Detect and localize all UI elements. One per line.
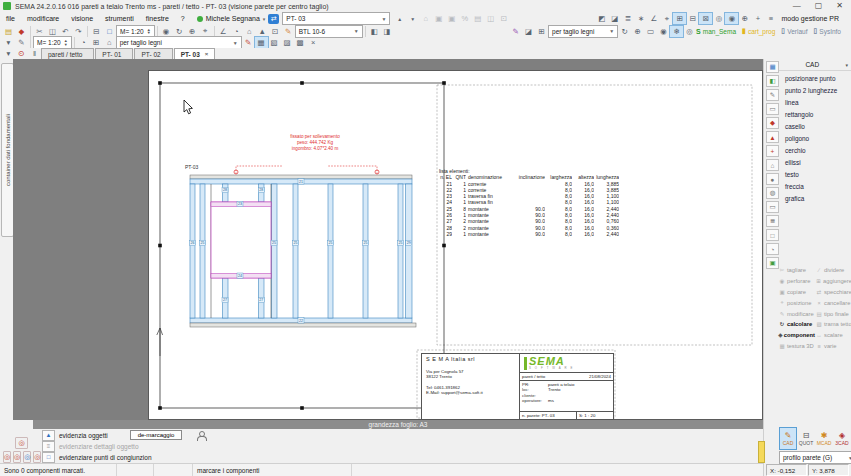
edit-tool[interactable]: ◈ component <box>778 330 815 341</box>
binoculars-icon[interactable]: ◉ <box>657 26 670 37</box>
save-icon[interactable]: ◆ <box>15 26 28 37</box>
edit-tool[interactable]: ∕ dividere <box>815 265 851 276</box>
cad-menu-item[interactable]: testo <box>779 169 851 181</box>
edit-tool[interactable]: ▦ testura 3D <box>778 341 815 352</box>
list-icon[interactable]: ≣ <box>766 215 779 227</box>
close-button[interactable]: ✕ <box>836 1 843 11</box>
profile-combo[interactable]: profilo parete (G) ▼ <box>779 451 851 464</box>
pencil-icon[interactable]: ✎ <box>282 26 295 37</box>
quick-link[interactable]: ▮cart_prog <box>742 27 775 35</box>
snap-icon[interactable]: ⊞ <box>673 13 686 24</box>
arc-icon[interactable]: ◔ <box>766 243 779 255</box>
edit-tool[interactable]: ◉ perforare <box>778 276 815 287</box>
cad-menu-item[interactable]: cerchio <box>779 145 851 157</box>
menu-item[interactable]: modificare <box>21 15 65 22</box>
menu-item[interactable]: ? <box>175 15 191 22</box>
sheet-icon[interactable]: ▭ <box>766 103 779 115</box>
half-left-icon[interactable]: ◧ <box>368 26 381 37</box>
edit-tool[interactable]: ⌖ posizione <box>778 297 815 308</box>
highlight-details-icon[interactable]: ≡ <box>42 441 55 452</box>
add-icon[interactable]: + <box>766 145 779 157</box>
mode-button[interactable]: ⊟ QUOT <box>797 427 815 450</box>
protractor-icon[interactable]: ◔ <box>77 37 90 48</box>
lock2-icon[interactable]: ▣ <box>445 13 458 24</box>
redo-icon[interactable]: ↷ <box>72 26 85 37</box>
disc-icon[interactable]: ◍ <box>766 187 779 199</box>
folder-icon[interactable]: ▤ <box>471 13 484 24</box>
pan-icon[interactable]: ⌖ <box>199 26 212 37</box>
cad-menu-item[interactable]: casello <box>779 120 851 132</box>
up-icon[interactable]: ▲ <box>256 26 269 37</box>
zoom-window-icon[interactable]: ⊕ <box>186 26 199 37</box>
quick-link[interactable]: ▯SysInfo <box>813 27 841 35</box>
cad-menu-item[interactable]: grafica <box>779 193 851 205</box>
edit-tool[interactable]: ✂ tagliare <box>778 265 815 276</box>
ortho-icon[interactable]: ⊠ <box>699 13 712 24</box>
stepper-icons[interactable]: ▲▼ <box>64 39 68 46</box>
lock-icon[interactable]: ▣ <box>432 13 445 24</box>
edit-tool[interactable]: ⇄ specchiare <box>815 287 851 298</box>
fill-icon[interactable]: ◪ <box>522 26 535 37</box>
person-icon[interactable] <box>196 431 205 440</box>
angle-icon[interactable]: ∠ <box>217 26 230 37</box>
machine-combo[interactable]: BTL 10-6 ▼ <box>295 25 363 38</box>
home-icon[interactable]: ⌂ <box>243 26 256 37</box>
marker-red3-icon[interactable]: ◎ <box>33 451 41 463</box>
grid-icon[interactable]: ⊞ <box>90 37 103 48</box>
document-tab[interactable]: PT- 01 <box>95 48 133 59</box>
pan-icon[interactable]: + <box>751 13 764 24</box>
view-icon[interactable]: ▦ <box>766 61 779 73</box>
cad-menu-item[interactable]: freccia <box>779 181 851 193</box>
quick-link[interactable]: ▯Verlauf <box>781 27 807 35</box>
brush-icon[interactable]: ✎ <box>509 26 522 37</box>
mode-button[interactable]: ✎ CAD <box>779 427 797 450</box>
document-tab[interactable]: PT- 02 <box>134 48 172 59</box>
angle-icon[interactable]: ∠ <box>647 13 660 24</box>
print-icon[interactable]: ⊟ <box>90 26 103 37</box>
cad-menu-item[interactable]: linea <box>779 96 851 108</box>
highlight-joints-label[interactable]: evidenziare punti di congiunzion <box>59 454 152 461</box>
cad-menu-item[interactable]: punto 2 lunghezze <box>779 84 851 96</box>
flag-icon[interactable]: ▲ <box>766 131 779 143</box>
node-icon[interactable]: ∗ <box>634 13 647 24</box>
measure-icon[interactable]: ⌖ <box>660 13 673 24</box>
hatch-c-icon[interactable]: ▨ <box>281 37 294 48</box>
half-right-icon[interactable]: ◨ <box>381 26 394 37</box>
bar-icon[interactable]: ▭ <box>766 201 779 213</box>
select-icon[interactable]: ◩ <box>595 13 608 24</box>
hatch-d-icon[interactable]: ▩ <box>294 37 307 48</box>
quick-link[interactable]: Sman_Sema <box>696 28 736 35</box>
spin-up-icon[interactable]: ▲ <box>393 13 406 24</box>
eye-icon[interactable]: ◉ <box>160 26 173 37</box>
cut-icon[interactable]: ✂ <box>33 26 46 37</box>
page-icon[interactable]: □ <box>103 26 116 37</box>
maximize-button[interactable]: ▢ <box>815 1 823 11</box>
cad-menu-item[interactable]: ellissi <box>779 157 851 169</box>
copy-icon[interactable]: ◫ <box>46 26 59 37</box>
mode-button[interactable]: ◈ 3CAD <box>833 427 851 450</box>
edit-tool[interactable]: ↻ calcolare <box>778 319 815 330</box>
open-icon[interactable]: ▤ <box>2 26 15 37</box>
box-icon[interactable]: □ <box>766 229 779 241</box>
sun-icon[interactable]: ◎ <box>683 26 696 37</box>
drawing-canvas[interactable]: fissato per sollevamento peso: 444.742 K… <box>13 59 763 420</box>
track-icon[interactable]: ◎ <box>712 13 725 24</box>
cad-menu-item[interactable]: posizionare punto <box>779 72 851 84</box>
edit-tool[interactable]: ↔ scalare <box>815 330 851 341</box>
cad-menu-item[interactable]: poligono <box>779 132 851 144</box>
edit-tool[interactable]: ▨ trama tetto <box>815 319 851 330</box>
marker-red2-icon[interactable]: ◎ <box>13 451 21 463</box>
edit-tool[interactable]: ✎ modificare <box>778 308 815 319</box>
grid-icon[interactable]: ⊟ <box>686 13 699 24</box>
demark-button[interactable]: de-marcaggio <box>130 430 182 440</box>
grid-icon[interactable]: ⊞ <box>535 26 548 37</box>
move-icon[interactable]: ◪ <box>608 13 621 24</box>
menu-item[interactable]: finestre <box>140 15 175 22</box>
options-icon[interactable]: ≡ <box>764 13 777 24</box>
highlight-objects-icon[interactable]: ▲ <box>42 430 55 441</box>
mode-button[interactable]: ✱ MCAD <box>815 427 833 450</box>
brush-icon[interactable]: ✎ <box>242 37 255 48</box>
protractor-icon[interactable]: ◔ <box>230 26 243 37</box>
cut-filter-combo[interactable]: per taglio legni ▼ <box>548 25 618 38</box>
menu-item[interactable]: strumenti <box>99 15 140 22</box>
